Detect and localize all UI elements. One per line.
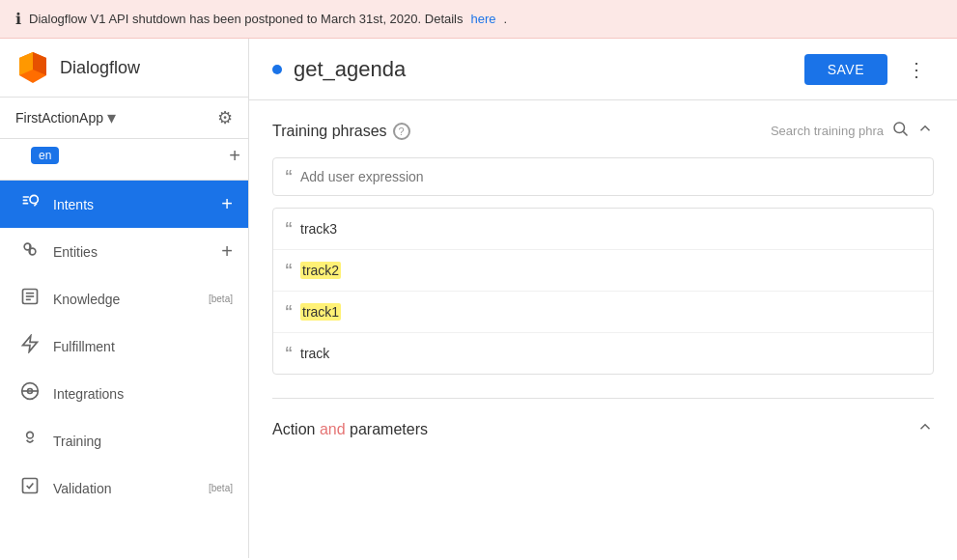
sidebar-item-knowledge[interactable]: Knowledge [beta] [0, 275, 248, 322]
banner-icon: ℹ [15, 10, 21, 28]
svg-point-6 [30, 195, 38, 203]
app-name-label: FirstActionApp [15, 110, 103, 126]
sidebar-item-validation[interactable]: Validation [beta] [0, 464, 248, 512]
training-phrases-title: Training phrases [272, 123, 387, 140]
add-language-icon[interactable]: + [229, 145, 240, 167]
fulfillment-label: Fulfillment [53, 339, 233, 354]
fulfillment-icon [18, 334, 42, 358]
action-collapse-button[interactable] [916, 418, 934, 440]
language-badge[interactable]: en [31, 147, 59, 164]
content-area: Training phrases ? Search training phra [249, 100, 957, 558]
banner-text: Dialogflow V1 API shutdown has been post… [29, 12, 464, 26]
dialogflow-logo-icon [15, 50, 50, 85]
phrases-list: “ track3 “ track2 “ track1 “ track [272, 208, 934, 375]
svg-line-21 [903, 131, 907, 135]
intent-header: get_agenda SAVE ⋮ [249, 39, 957, 100]
more-options-button[interactable]: ⋮ [899, 54, 934, 85]
sidebar-item-intents[interactable]: Intents + [0, 181, 248, 228]
training-phrases-help-icon[interactable]: ? [393, 123, 410, 140]
sidebar-item-training[interactable]: Training [0, 417, 248, 464]
svg-rect-5 [23, 203, 29, 205]
integrations-label: Integrations [53, 386, 233, 402]
gear-icon[interactable]: ⚙ [217, 107, 233, 128]
validation-icon [18, 476, 42, 500]
action-parameters-section: Action and parameters [249, 403, 957, 456]
svg-rect-3 [23, 196, 30, 198]
app-selector[interactable]: FirstActionApp ▾ ⚙ [0, 98, 248, 139]
chevron-up-icon [916, 418, 934, 435]
sidebar-logo: Dialogflow [0, 39, 248, 98]
svg-point-20 [894, 123, 905, 133]
sidebar: Dialogflow FirstActionApp ▾ ⚙ en + Inten… [0, 39, 249, 558]
intent-status-dot [272, 65, 282, 74]
training-phrases-section: Training phrases ? Search training phra [249, 100, 957, 394]
sidebar-item-fulfillment[interactable]: Fulfillment [0, 322, 248, 370]
api-shutdown-banner: ℹ Dialogflow V1 API shutdown has been po… [0, 0, 957, 39]
validation-label: Validation [53, 481, 197, 496]
phrase-quote-icon: “ [285, 345, 293, 362]
sidebar-item-entities[interactable]: Entities + [0, 228, 248, 275]
action-highlight: and [320, 421, 346, 437]
phrase-text: track3 [300, 221, 337, 237]
training-phrases-search-area: Search training phra [771, 120, 934, 142]
training-icon [18, 429, 42, 453]
svg-point-18 [27, 432, 34, 438]
phrase-text: track1 [300, 303, 341, 321]
chevron-up-icon [916, 120, 934, 137]
add-expression-input[interactable] [300, 169, 921, 184]
entities-add-icon[interactable]: + [221, 240, 233, 263]
entities-icon [18, 239, 42, 264]
phrase-quote-icon: “ [285, 303, 293, 321]
training-label: Training [53, 434, 233, 449]
entities-label: Entities [53, 244, 210, 260]
sidebar-item-integrations[interactable]: Integrations [0, 370, 248, 417]
section-divider [272, 398, 934, 399]
sidebar-nav: Intents + Entities + Knowledge [beta] [0, 181, 248, 512]
search-icon-button[interactable] [891, 120, 909, 142]
svg-marker-15 [23, 336, 38, 352]
svg-rect-4 [23, 200, 28, 202]
phrase-text: track2 [300, 262, 341, 279]
intents-icon [18, 192, 42, 216]
dropdown-icon[interactable]: ▾ [107, 107, 116, 128]
action-parameters-title: Action and parameters [272, 421, 428, 438]
save-button[interactable]: SAVE [804, 54, 887, 85]
svg-rect-19 [23, 479, 38, 493]
search-placeholder-text: Search training phra [771, 124, 884, 138]
language-row: en + [0, 139, 248, 181]
intent-title: get_agenda [294, 57, 793, 82]
quote-icon: “ [285, 168, 293, 185]
integrations-icon [18, 381, 42, 406]
phrase-quote-icon: “ [285, 262, 293, 279]
main-content: get_agenda SAVE ⋮ Training phrases ? Sea… [249, 39, 957, 558]
intents-add-icon[interactable]: + [221, 193, 233, 215]
knowledge-icon [18, 287, 42, 311]
phrase-row[interactable]: “ track [273, 333, 933, 374]
knowledge-label: Knowledge [53, 292, 197, 307]
validation-beta-badge: [beta] [209, 483, 233, 493]
add-expression-row[interactable]: “ [272, 157, 934, 196]
phrase-text: track [300, 346, 329, 361]
phrase-row[interactable]: “ track1 [273, 292, 933, 333]
collapse-button[interactable] [916, 120, 934, 142]
training-phrases-header: Training phrases ? Search training phra [272, 120, 934, 142]
logo-text: Dialogflow [60, 58, 140, 78]
phrase-row[interactable]: “ track2 [273, 250, 933, 292]
phrase-quote-icon: “ [285, 220, 293, 238]
knowledge-beta-badge: [beta] [209, 294, 233, 304]
intents-label: Intents [53, 197, 210, 212]
banner-link[interactable]: here [471, 12, 496, 26]
phrase-row[interactable]: “ track3 [273, 209, 933, 250]
search-icon [891, 120, 909, 137]
